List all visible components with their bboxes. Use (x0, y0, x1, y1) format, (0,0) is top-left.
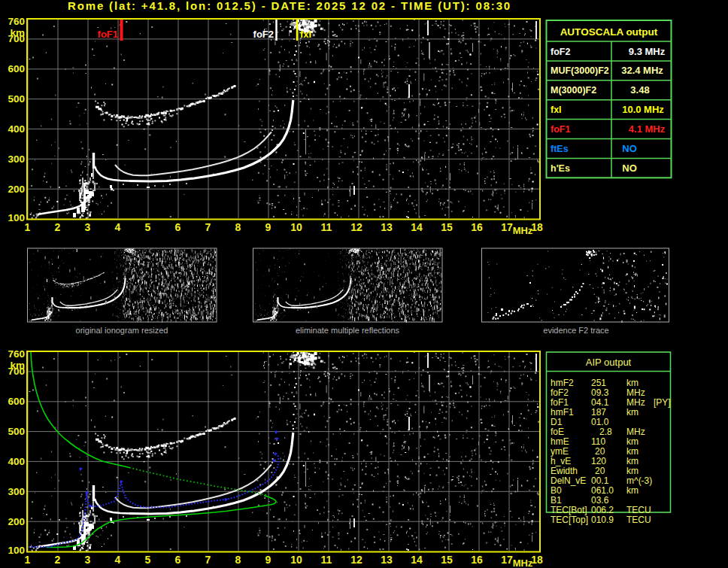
svg-text:D1: D1 (551, 417, 563, 427)
svg-text:600: 600 (8, 63, 25, 74)
svg-text:300: 300 (8, 486, 25, 497)
svg-text:16: 16 (471, 554, 483, 566)
svg-text:ymE: ymE (551, 446, 569, 457)
svg-text:B0: B0 (551, 485, 562, 496)
svg-text:13: 13 (381, 554, 393, 566)
svg-text:9.3 MHz: 9.3 MHz (629, 46, 666, 57)
svg-text:251: 251 (591, 378, 606, 388)
svg-text:h_vE: h_vE (551, 456, 571, 466)
svg-text:M(3000)F2: M(3000)F2 (551, 85, 596, 96)
svg-text:original ionogram resized: original ionogram resized (76, 326, 168, 335)
svg-text:TEC[Top]: TEC[Top] (551, 515, 588, 525)
svg-text:B1: B1 (551, 495, 562, 506)
svg-text:400: 400 (8, 456, 25, 467)
svg-text:hmE: hmE (551, 436, 569, 447)
svg-text:MHz: MHz (513, 225, 533, 236)
svg-text:400: 400 (8, 123, 25, 135)
svg-text:Rome (lat: +41.8, lon: 012.5): Rome (lat: +41.8, lon: 012.5) - DATE: 20… (68, 0, 511, 12)
svg-text:foF1: foF1 (98, 29, 118, 40)
svg-text:MUF(3000)F2: MUF(3000)F2 (551, 65, 609, 76)
svg-text:04.1: 04.1 (591, 397, 609, 408)
svg-text:14: 14 (411, 221, 423, 233)
svg-text:10: 10 (290, 221, 302, 233)
svg-text:foE: foE (551, 427, 564, 437)
svg-text:12: 12 (350, 221, 362, 233)
svg-text:16: 16 (471, 221, 483, 233)
svg-text:AUTOSCALA output: AUTOSCALA output (560, 26, 658, 38)
svg-text:00.1: 00.1 (591, 475, 609, 486)
svg-text:7: 7 (205, 554, 211, 566)
svg-text:18: 18 (531, 221, 543, 233)
svg-text:2.8: 2.8 (599, 427, 612, 437)
svg-text:700: 700 (8, 33, 25, 44)
svg-text:NO: NO (622, 163, 637, 174)
svg-text:120: 120 (591, 456, 606, 466)
svg-text:km: km (626, 436, 639, 447)
svg-text:4: 4 (115, 554, 121, 566)
svg-text:TECU: TECU (626, 515, 651, 525)
svg-text:MHz: MHz (626, 427, 645, 437)
svg-text:500: 500 (8, 426, 25, 437)
svg-text:15: 15 (441, 554, 453, 566)
svg-text:14: 14 (411, 554, 423, 566)
svg-text:fxI: fxI (551, 105, 562, 115)
svg-text:100: 100 (8, 545, 25, 556)
svg-text:Ewidth: Ewidth (551, 466, 578, 476)
svg-text:DelN_vE: DelN_vE (551, 475, 586, 486)
svg-text:AIP output: AIP output (586, 357, 632, 368)
svg-text:3.48: 3.48 (630, 84, 649, 96)
svg-text:MHz: MHz (513, 557, 533, 568)
svg-text:3: 3 (85, 554, 91, 566)
svg-text:11: 11 (321, 554, 332, 566)
svg-text:evidence F2 trace: evidence F2 trace (543, 326, 608, 335)
svg-text:061.0: 061.0 (591, 485, 614, 496)
svg-text:300: 300 (8, 153, 25, 165)
svg-text:187: 187 (591, 407, 606, 418)
svg-text:20: 20 (595, 466, 605, 476)
svg-text:m^(-3): m^(-3) (626, 475, 652, 486)
svg-text:MHz: MHz (626, 397, 645, 408)
svg-text:10: 10 (290, 554, 302, 566)
svg-text:MHz: MHz (626, 387, 645, 398)
svg-text:hmF2: hmF2 (551, 378, 574, 388)
svg-text:7: 7 (205, 221, 211, 233)
svg-text:foF1: foF1 (551, 397, 569, 408)
svg-text:km: km (626, 407, 639, 418)
svg-text:[PY]: [PY] (654, 397, 671, 408)
svg-text:1: 1 (25, 221, 31, 233)
svg-text:foF2: foF2 (551, 47, 570, 57)
svg-text:32.4 MHz: 32.4 MHz (621, 65, 663, 76)
svg-text:20: 20 (595, 446, 605, 457)
svg-text:9: 9 (265, 221, 271, 233)
svg-text:6: 6 (175, 221, 181, 233)
svg-text:hmF1: hmF1 (551, 407, 574, 418)
svg-text:110: 110 (591, 436, 605, 447)
svg-text:010.9: 010.9 (591, 515, 614, 525)
svg-text:760: 760 (8, 16, 25, 27)
svg-text:006.2: 006.2 (591, 505, 614, 515)
svg-text:18: 18 (531, 554, 543, 566)
svg-text:10.0 MHz: 10.0 MHz (622, 104, 664, 115)
svg-text:fxI: fxI (300, 29, 311, 40)
svg-text:6: 6 (175, 554, 181, 566)
svg-text:8: 8 (235, 554, 241, 566)
svg-text:2: 2 (55, 221, 61, 233)
svg-text:9: 9 (265, 554, 271, 566)
svg-text:h'Es: h'Es (551, 163, 570, 174)
svg-text:km: km (626, 485, 639, 496)
svg-text:km: km (626, 378, 639, 388)
svg-text:TEC[Bot]: TEC[Bot] (551, 505, 587, 515)
svg-text:foF2: foF2 (253, 29, 274, 40)
svg-text:3: 3 (85, 221, 91, 233)
svg-text:4: 4 (115, 221, 121, 233)
svg-text:12: 12 (350, 554, 362, 566)
svg-text:700: 700 (8, 366, 25, 377)
svg-text:TECU: TECU (626, 505, 651, 515)
svg-text:600: 600 (8, 396, 25, 407)
svg-text:NO: NO (622, 143, 637, 154)
svg-text:200: 200 (8, 184, 25, 195)
svg-text:15: 15 (441, 221, 453, 233)
svg-text:4.1 MHz: 4.1 MHz (629, 123, 666, 135)
svg-text:200: 200 (8, 516, 25, 527)
svg-text:13: 13 (381, 221, 393, 233)
